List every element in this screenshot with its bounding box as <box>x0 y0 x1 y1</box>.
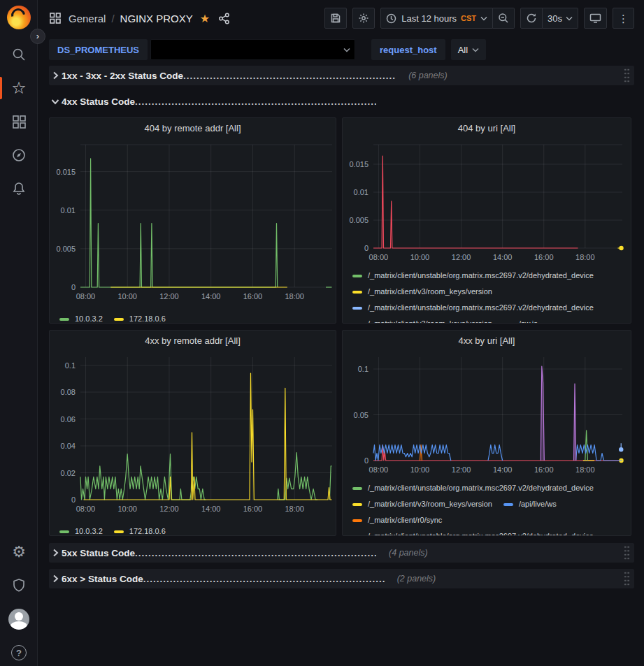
save-dashboard-button[interactable] <box>324 8 347 29</box>
svg-text:10:00: 10:00 <box>117 292 137 301</box>
row-drag-handle[interactable] <box>624 68 630 83</box>
main-area: General / NGINX PROXY ★ Last 12 hours <box>38 0 644 666</box>
legend-item[interactable]: /_matrix/client/v3/room_keys/version <box>352 316 492 324</box>
legend-item[interactable]: 10.0.3.2 <box>59 311 103 324</box>
chevron-down-icon <box>566 16 573 21</box>
panel-header[interactable]: 4xx by uri [All] <box>343 331 631 350</box>
row-title-dots: ........................................… <box>135 548 376 558</box>
shield-icon <box>12 578 26 593</box>
sidebar-item-server-admin[interactable] <box>0 572 38 600</box>
grafana-logo[interactable] <box>7 6 31 29</box>
svg-text:18:00: 18:00 <box>285 505 304 513</box>
svg-text:18:00: 18:00 <box>575 253 595 261</box>
breadcrumb-folder[interactable]: General <box>69 13 106 24</box>
sidebar-item-dashboards[interactable] <box>0 108 38 136</box>
sidebar-item-alerting[interactable] <box>0 175 38 203</box>
sidebar-expand-button[interactable]: › <box>30 29 45 44</box>
time-series-chart[interactable]: 00.020.040.060.080.108:0010:0012:0014:00… <box>50 350 336 522</box>
svg-text:08:00: 08:00 <box>369 465 389 474</box>
chevron-right-icon <box>49 574 62 583</box>
dashboard-settings-button[interactable] <box>352 8 375 29</box>
timezone-label: CST <box>461 14 476 22</box>
datasource-select-redacted[interactable] <box>150 39 355 60</box>
legend-swatch <box>352 275 362 277</box>
dashboard-title[interactable]: NGINX PROXY <box>120 13 193 24</box>
legend-item[interactable]: /sw.js <box>503 316 538 324</box>
panel-title: 404 by remote addr [All] <box>144 123 241 133</box>
row-title-dots: ........................................… <box>143 574 385 584</box>
legend-item[interactable]: 172.18.0.6 <box>114 523 166 536</box>
sidebar-item-help[interactable]: ? <box>0 639 38 666</box>
legend-label: 172.18.0.6 <box>129 523 166 536</box>
row-1xx-3xx-2xx[interactable]: 1xx - 3xx - 2xx Status Code ............… <box>49 66 634 85</box>
legend-label: /_matrix/client/v3/room_keys/version <box>368 496 492 512</box>
legend-swatch <box>114 530 124 533</box>
svg-text:12:00: 12:00 <box>452 253 471 261</box>
sidebar-item-configuration[interactable]: ⚙ <box>0 538 38 566</box>
time-series-chart[interactable]: 00.050.108:0010:0012:0014:0016:0018:00 <box>343 350 631 479</box>
legend-item[interactable]: /_matrix/client/unstable/org.matrix.msc2… <box>352 300 594 316</box>
breadcrumb-separator: / <box>111 13 114 24</box>
svg-text:0.06: 0.06 <box>61 415 76 424</box>
favorite-star-icon[interactable]: ★ <box>200 12 210 25</box>
svg-text:0.01: 0.01 <box>354 188 368 196</box>
legend-label: /api/live/ws <box>519 496 557 512</box>
save-icon <box>330 13 341 24</box>
zoom-out-button[interactable] <box>493 8 515 29</box>
sidebar-item-explore[interactable] <box>0 141 38 169</box>
row-drag-handle[interactable] <box>624 571 630 586</box>
legend-item[interactable]: 10.0.3.2 <box>59 523 103 536</box>
row-drag-handle[interactable] <box>624 545 630 560</box>
chevron-down-icon <box>472 48 479 52</box>
request-host-select[interactable]: All <box>451 39 486 60</box>
row-6xx[interactable]: 6xx > Status Code ......................… <box>49 569 634 588</box>
row-4xx[interactable]: 4xx Status Code ........................… <box>49 92 634 111</box>
svg-text:12:00: 12:00 <box>159 505 179 513</box>
legend-swatch <box>352 535 362 537</box>
legend-item[interactable]: /_matrix/client/r0/sync <box>352 512 442 528</box>
legend-item[interactable]: /api/live/ws <box>503 496 557 512</box>
row-title-dots: ........................................… <box>135 96 376 107</box>
row-title: 5xx Status Code <box>62 548 135 558</box>
legend-item[interactable]: /_matrix/client/v3/room_keys/version <box>352 284 492 300</box>
legend-label: /_matrix/client/v3/room_keys/version <box>368 284 492 300</box>
refresh-interval-picker[interactable]: 30s <box>543 8 578 29</box>
gear-icon <box>358 13 369 24</box>
panel-header[interactable]: 404 by remote addr [All] <box>50 118 336 138</box>
row-5xx[interactable]: 5xx Status Code ........................… <box>49 543 634 563</box>
svg-text:12:00: 12:00 <box>452 465 471 474</box>
sidebar-item-starred[interactable]: ☆ <box>0 74 38 102</box>
legend-item[interactable]: /_matrix/client/unstable/org.matrix.msc2… <box>352 528 594 536</box>
panel-title: 4xx by uri [All] <box>459 335 515 346</box>
dashboard-content: 1xx - 3xx - 2xx Status Code ............… <box>38 66 644 588</box>
legend-item[interactable]: 172.18.0.6 <box>114 311 166 324</box>
legend-swatch <box>352 307 362 310</box>
legend-swatch <box>352 519 362 522</box>
svg-text:08:00: 08:00 <box>369 253 389 261</box>
datasource-label[interactable]: DS_PROMETHEUS <box>57 45 139 55</box>
time-series-chart[interactable]: 00.0050.010.01508:0010:0012:0014:0016:00… <box>50 138 336 310</box>
panel-header[interactable]: 404 by uri [All] <box>343 118 631 138</box>
chevron-down-icon <box>343 48 350 52</box>
panel-header[interactable]: 4xx by remote addr [All] <box>50 331 336 350</box>
svg-text:16:00: 16:00 <box>534 465 554 474</box>
search-icon[interactable] <box>0 41 38 68</box>
apps-grid-icon[interactable] <box>49 12 62 24</box>
time-series-chart[interactable]: 00.0050.010.01508:0010:0012:0014:0016:00… <box>343 138 631 266</box>
clock-icon <box>386 13 396 24</box>
legend-item[interactable]: /_matrix/client/unstable/org.matrix.msc2… <box>352 268 594 284</box>
cycle-view-mode-button[interactable] <box>584 8 607 29</box>
legend-label: 172.18.0.6 <box>129 311 166 324</box>
bell-icon <box>11 181 27 196</box>
more-options-button[interactable]: ⋮ <box>613 8 634 29</box>
chart-legend: /_matrix/client/unstable/org.matrix.msc2… <box>343 266 631 324</box>
share-icon[interactable] <box>218 13 230 24</box>
request-host-label[interactable]: request_host <box>380 45 437 55</box>
chevron-down-icon <box>480 16 487 21</box>
refresh-button[interactable] <box>520 8 543 29</box>
sidebar-item-profile[interactable] <box>0 605 38 633</box>
avatar <box>8 609 29 630</box>
legend-item[interactable]: /_matrix/client/v3/room_keys/version <box>352 496 492 512</box>
time-range-picker[interactable]: Last 12 hours CST <box>380 8 493 29</box>
legend-item[interactable]: /_matrix/client/unstable/org.matrix.msc2… <box>352 480 594 496</box>
